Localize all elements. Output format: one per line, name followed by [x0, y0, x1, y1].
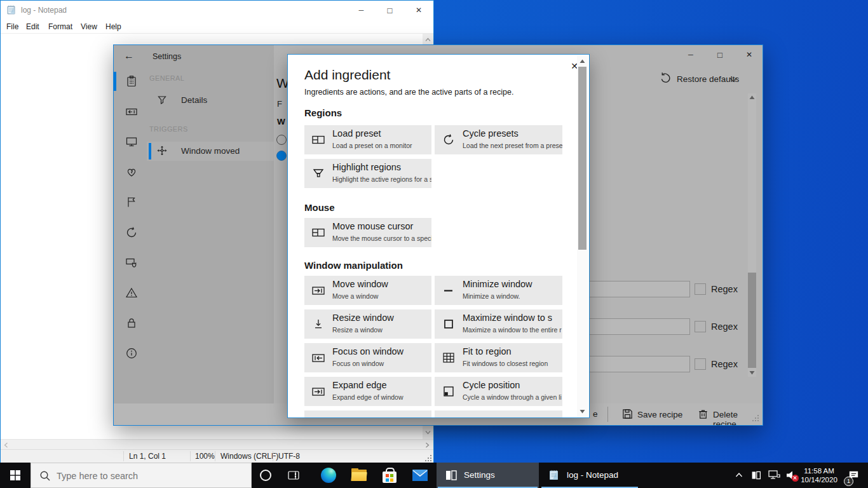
file-explorer-icon: [351, 468, 367, 482]
notification-count-badge: 1: [844, 477, 853, 486]
ingredient-button-partial[interactable]: [304, 410, 431, 418]
menu-format[interactable]: Format: [48, 22, 72, 31]
regex-checkbox[interactable]: [695, 283, 706, 295]
scrollbar-thumb[interactable]: [578, 67, 587, 250]
file-explorer-button[interactable]: [345, 463, 373, 488]
input-field-icon[interactable]: [125, 105, 138, 118]
lock-icon[interactable]: [125, 316, 138, 329]
menu-file[interactable]: File: [6, 22, 18, 31]
dialog-title: Add ingredient: [304, 67, 564, 83]
ingredient-fit-to-region[interactable]: Fit to region Fit windows to closest reg…: [435, 343, 562, 372]
settings-close-button[interactable]: ✕: [735, 45, 763, 64]
flag-icon[interactable]: [125, 196, 138, 208]
cycle-icon: [442, 133, 456, 147]
content-text-partial-1: F: [277, 99, 282, 109]
scroll-right-icon[interactable]: [425, 442, 430, 448]
move-icon: [157, 146, 167, 156]
radio-unselected[interactable]: [276, 135, 287, 145]
scroll-up-icon[interactable]: [580, 58, 585, 64]
scroll-up-icon[interactable]: [425, 37, 431, 42]
ingredient-button-partial[interactable]: [435, 410, 562, 418]
notepad-resize-grip[interactable]: [425, 455, 431, 461]
action-center-button[interactable]: 1: [841, 463, 868, 488]
ingredient-move-window[interactable]: Move window Move a window: [304, 276, 431, 305]
ingredient-expand-edge[interactable]: Expand edge Expand edge of window: [304, 377, 431, 406]
info-icon[interactable]: [125, 347, 138, 360]
window-arrow-right-icon: [311, 283, 325, 297]
dialog-scrollbar[interactable]: [577, 55, 588, 417]
mail-button[interactable]: [406, 463, 434, 488]
ingredient-resize-window[interactable]: Resize window Resize a window: [304, 309, 431, 339]
menu-edit[interactable]: Edit: [26, 22, 39, 31]
sidebar-item-details[interactable]: Details: [147, 91, 274, 110]
scroll-up-icon[interactable]: [749, 95, 755, 100]
settings-scrollbar[interactable]: [748, 93, 756, 377]
menu-help[interactable]: Help: [105, 22, 121, 31]
scroll-down-icon[interactable]: [425, 430, 431, 435]
store-button[interactable]: [376, 463, 403, 488]
devices-shield-icon[interactable]: [125, 256, 138, 269]
footer-partial-label[interactable]: e: [593, 409, 598, 419]
delete-recipe-button[interactable]: Delete recipe: [695, 406, 761, 423]
tray-chevron-up-button[interactable]: [731, 463, 747, 488]
taskbar-app-settings[interactable]: Settings: [437, 463, 539, 488]
taskbar-app-notepad[interactable]: log - Notepad: [539, 463, 641, 488]
settings-resize-grip[interactable]: [752, 415, 759, 421]
window-layout-tray-icon: [751, 470, 761, 480]
clipboard-icon[interactable]: [125, 75, 138, 88]
settings-window-title: Settings: [153, 52, 181, 61]
minimize-icon: [442, 283, 456, 297]
ingredient-highlight-regions[interactable]: Highlight regions Highlight the active r…: [304, 159, 431, 188]
content-text-partial-2: W: [277, 117, 285, 126]
settings-minimize-button[interactable]: ─: [676, 45, 705, 64]
window-manipulation-grid: Move window Move a window Minimize windo…: [304, 276, 564, 418]
maximize-icon: [442, 317, 456, 331]
layout-preset-icon: [311, 226, 325, 240]
ingredient-load-preset[interactable]: Load preset Load a preset on a monitor: [304, 125, 431, 154]
taskbar-search-box[interactable]: [31, 463, 252, 488]
notepad-close-button[interactable]: ✕: [404, 1, 433, 20]
scroll-left-icon[interactable]: [4, 442, 8, 448]
ingredient-focus-on-window[interactable]: Focus on window Focus on window: [304, 343, 431, 372]
regex-checkbox[interactable]: [695, 321, 706, 332]
scrollbar-thumb[interactable]: [748, 273, 756, 368]
ingredient-cycle-position[interactable]: Cycle position Cycle a window through a …: [435, 377, 562, 406]
volume-muted-badge: [792, 475, 799, 482]
radio-selected[interactable]: [276, 151, 287, 161]
tray-clock[interactable]: 11:58 AM 10/14/2020: [799, 466, 839, 484]
taskbar-app-label: Settings: [464, 470, 495, 480]
monitor-icon[interactable]: [125, 135, 138, 148]
regex-checkbox[interactable]: [695, 358, 706, 370]
cortana-button[interactable]: [252, 463, 280, 488]
ingredient-minimize-window[interactable]: Minimize window Minimize a window.: [435, 276, 562, 305]
nav-header-triggers: TRIGGERS: [149, 125, 188, 133]
notepad-menubar: File Edit Format View Help: [1, 20, 433, 34]
search-input[interactable]: [55, 463, 242, 488]
tray-volume-button[interactable]: [783, 463, 801, 488]
start-button[interactable]: [0, 463, 31, 488]
notepad-minimize-button[interactable]: ─: [347, 1, 376, 20]
ingredient-move-mouse-cursor[interactable]: Move mouse cursor Move the mouse cursor …: [304, 218, 431, 247]
notepad-maximize-button[interactable]: □: [376, 1, 404, 20]
task-view-button[interactable]: [280, 463, 308, 488]
add-ingredient-dialog: ✕ Add ingredient Ingredients are actions…: [287, 54, 590, 418]
ingredient-maximize-window[interactable]: Maximize window to s Maximize a window t…: [435, 309, 562, 339]
save-recipe-button[interactable]: Save recipe: [619, 406, 686, 423]
ingredient-cycle-presets[interactable]: Cycle presets Load the next preset from …: [435, 125, 562, 154]
warning-icon[interactable]: [125, 287, 138, 299]
settings-maximize-button[interactable]: □: [705, 45, 735, 64]
tray-network-button[interactable]: [765, 463, 783, 488]
refresh-icon[interactable]: [125, 226, 138, 239]
menu-view[interactable]: View: [81, 22, 97, 31]
scroll-down-icon[interactable]: [580, 409, 585, 414]
sidebar-item-label: Details: [181, 95, 207, 105]
back-button[interactable]: ←: [124, 50, 134, 62]
sidebar-item-window-moved[interactable]: Window moved: [147, 142, 274, 161]
filter-icon: [157, 95, 167, 105]
tray-window-layout-button[interactable]: [747, 463, 765, 488]
chevron-down-icon[interactable]: [729, 77, 738, 83]
edge-button[interactable]: [315, 463, 342, 488]
scroll-down-icon[interactable]: [749, 370, 755, 376]
heart-icon[interactable]: [125, 166, 138, 179]
notepad-hscrollbar[interactable]: [1, 439, 433, 449]
